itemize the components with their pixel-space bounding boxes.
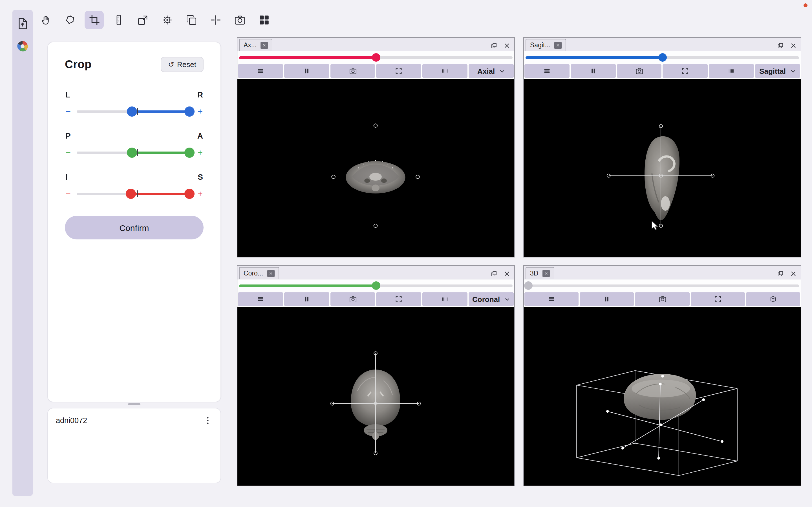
kebab-icon bbox=[203, 416, 213, 425]
pause-button[interactable] bbox=[284, 64, 329, 78]
slice-slider-sagittal[interactable] bbox=[524, 51, 801, 64]
range-handle-min[interactable] bbox=[126, 189, 136, 199]
rotate3d-button[interactable] bbox=[746, 292, 800, 306]
undock-button[interactable] bbox=[491, 41, 497, 48]
crosshair-lines[interactable] bbox=[331, 352, 421, 455]
tool-screenshot[interactable] bbox=[230, 11, 249, 29]
confirm-button[interactable]: Confirm bbox=[65, 216, 204, 239]
pane-close-button[interactable] bbox=[504, 41, 510, 48]
slice-slider-coronal[interactable] bbox=[238, 279, 514, 292]
sidebar-colormap-button[interactable] bbox=[16, 40, 29, 53]
sidebar-import-button[interactable] bbox=[16, 17, 29, 31]
tab-close-button[interactable] bbox=[267, 270, 274, 277]
tool-crosshair[interactable] bbox=[206, 11, 225, 29]
pane-titlebar: Sagit... bbox=[524, 38, 801, 51]
ticks-button[interactable] bbox=[709, 64, 754, 78]
view-orientation-select[interactable]: Axial bbox=[469, 64, 514, 78]
undock-button[interactable] bbox=[777, 41, 784, 48]
decrease-button[interactable]: − bbox=[65, 107, 71, 117]
chevron-icon bbox=[790, 68, 796, 74]
view-canvas-sagittal[interactable] bbox=[524, 79, 801, 257]
rows-button[interactable] bbox=[524, 64, 569, 78]
decrease-button[interactable]: − bbox=[65, 189, 71, 199]
pane-tab-sagittal[interactable]: Sagit... bbox=[525, 39, 566, 51]
range-handle-max[interactable] bbox=[185, 107, 195, 117]
view-canvas-three_d[interactable] bbox=[524, 307, 801, 486]
camera-button[interactable] bbox=[635, 292, 689, 306]
fullscreen-button[interactable] bbox=[691, 292, 745, 306]
splitter-handle[interactable] bbox=[128, 403, 140, 405]
mouse-cursor bbox=[652, 221, 658, 230]
increase-button[interactable]: + bbox=[197, 107, 204, 117]
coronal-slice-image bbox=[238, 307, 514, 486]
ruler-icon bbox=[112, 14, 124, 26]
pause-button[interactable] bbox=[580, 292, 634, 306]
tool-ruler[interactable] bbox=[109, 11, 128, 29]
close-icon bbox=[262, 43, 266, 47]
slice-slider-axial[interactable] bbox=[238, 51, 514, 64]
range-handle-min[interactable] bbox=[127, 148, 137, 158]
view-canvas-coronal[interactable] bbox=[238, 307, 514, 486]
fullscreen-button[interactable] bbox=[663, 64, 708, 78]
pane-tab-three_d[interactable]: 3D bbox=[525, 267, 554, 279]
tool-lasso[interactable] bbox=[60, 11, 80, 29]
fullscreen-button[interactable] bbox=[376, 64, 421, 78]
camera-button[interactable] bbox=[617, 64, 662, 78]
range-track[interactable] bbox=[77, 148, 192, 158]
dataset-menu-button[interactable] bbox=[203, 416, 213, 425]
hand-icon bbox=[40, 14, 52, 26]
tool-pan[interactable] bbox=[36, 11, 55, 29]
pane-titlebar: Coro... bbox=[238, 266, 514, 279]
decrease-button[interactable]: − bbox=[65, 148, 71, 158]
ticks-button[interactable] bbox=[423, 292, 468, 306]
view-orientation-select[interactable]: Coronal bbox=[469, 292, 514, 306]
pane-tab-coronal[interactable]: Coro... bbox=[239, 267, 279, 279]
rows-button[interactable] bbox=[238, 64, 283, 78]
pause-icon bbox=[603, 295, 611, 303]
pause-button[interactable] bbox=[571, 64, 616, 78]
view-orientation-select[interactable]: Sagittal bbox=[755, 64, 800, 78]
pane-toolbar: Sagittal bbox=[524, 64, 801, 79]
undock-button[interactable] bbox=[491, 269, 497, 276]
tab-close-button[interactable] bbox=[542, 270, 550, 277]
crop-icon bbox=[88, 14, 100, 26]
close-icon bbox=[504, 270, 510, 277]
range-track[interactable] bbox=[77, 189, 192, 199]
pane-close-button[interactable] bbox=[790, 269, 797, 276]
range-track[interactable] bbox=[77, 107, 192, 117]
tool-settings[interactable] bbox=[157, 11, 176, 29]
tool-reformat[interactable] bbox=[133, 11, 152, 29]
pane-close-button[interactable] bbox=[790, 41, 797, 48]
crosshair-icon bbox=[209, 14, 221, 26]
rows-button[interactable] bbox=[238, 292, 283, 306]
camera-button[interactable] bbox=[330, 64, 375, 78]
tab-close-button[interactable] bbox=[260, 41, 268, 49]
range-handle-min[interactable] bbox=[127, 107, 137, 117]
crosshair-lines[interactable] bbox=[607, 124, 714, 227]
reset-button[interactable]: ↺ Reset bbox=[161, 57, 204, 72]
chevron-icon bbox=[499, 68, 505, 74]
view-canvas-axial[interactable] bbox=[238, 79, 514, 257]
pane-close-button[interactable] bbox=[504, 269, 510, 276]
camera-icon bbox=[234, 14, 246, 26]
tab-close-button[interactable] bbox=[554, 41, 562, 49]
pane-tab-axial[interactable]: Ax... bbox=[239, 39, 272, 51]
tool-crop[interactable] bbox=[85, 11, 104, 29]
grid-icon bbox=[258, 14, 270, 26]
rows-button[interactable] bbox=[524, 292, 578, 306]
pause-button[interactable] bbox=[284, 292, 329, 306]
fullscreen-button[interactable] bbox=[376, 292, 421, 306]
increase-button[interactable]: + bbox=[197, 189, 204, 199]
camera-button[interactable] bbox=[330, 292, 375, 306]
tool-layout[interactable] bbox=[254, 11, 273, 29]
range-handle-max[interactable] bbox=[185, 189, 195, 199]
fullscreen-icon bbox=[681, 67, 689, 75]
range-handle-max[interactable] bbox=[185, 148, 195, 158]
tool-layers[interactable] bbox=[182, 11, 201, 29]
ticks-icon bbox=[727, 67, 735, 75]
undock-button[interactable] bbox=[777, 269, 784, 276]
dataset-name: adni0072 bbox=[56, 416, 87, 425]
increase-button[interactable]: + bbox=[197, 148, 204, 158]
ticks-button[interactable] bbox=[423, 64, 468, 78]
slice-slider-three_d[interactable] bbox=[524, 279, 801, 292]
